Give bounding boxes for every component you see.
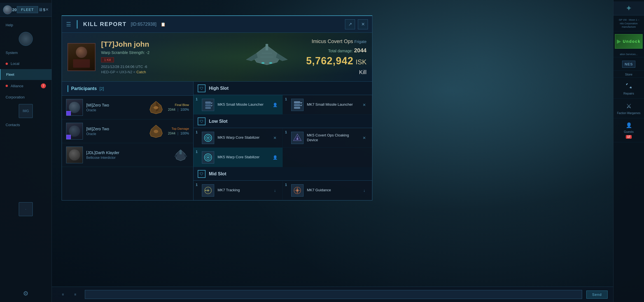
- sidebar-item-help[interactable]: Help: [0, 20, 52, 30]
- ship-thumb-2: [148, 123, 165, 140]
- mk7-missile-action[interactable]: ✕: [361, 102, 368, 108]
- mk5-missile-action[interactable]: 👤: [272, 102, 278, 108]
- mid-slot-header: 🛡 Mid Slot: [193, 167, 372, 181]
- participant-info-1: [MI]Zero Two Oracle: [86, 103, 144, 112]
- participant-item-3[interactable]: [JDL]Darth Klayder Bellicose Interdictor: [62, 143, 193, 167]
- cloak-name: MK5 Covert Ops Cloaking Device: [307, 133, 358, 143]
- faction-label: Faction Wargames: [617, 112, 641, 115]
- nes-store-button[interactable]: NES: [613, 58, 644, 71]
- svg-rect-16: [294, 104, 300, 106]
- cloak-action[interactable]: ✕: [361, 135, 368, 141]
- svg-point-8: [154, 130, 158, 133]
- victim-header: [T7]John john Warp Scramble Strength: -2…: [62, 33, 372, 82]
- sidebar-item-system[interactable]: System: [0, 47, 52, 58]
- guests-label: Guests: [624, 130, 634, 133]
- warp-stab-1-action[interactable]: ✕: [272, 135, 278, 141]
- tracking-icon: [203, 185, 213, 195]
- fitting-guidance[interactable]: 1 MK7 Guidance ↓: [283, 181, 372, 200]
- faction-wargames-button[interactable]: ⚔ Faction Wargames: [613, 99, 644, 118]
- sidebar-item-contacts[interactable]: Contacts: [0, 119, 52, 130]
- cloak-device-icon: [292, 133, 302, 143]
- participant-item[interactable]: [MI]Zero Two Oracle Final Blow 2044: [62, 96, 193, 119]
- fitting-cloak[interactable]: 1 MK5 Covert Ops Cloaking Device ✕: [283, 128, 372, 148]
- repairs-button[interactable]: Repairs: [613, 78, 644, 99]
- guidance-qty: 1: [285, 183, 287, 187]
- participant-portrait-1: [66, 99, 83, 116]
- location-text: ·SP VIII · Moon 1 –ntis Corporationmanuf…: [615, 18, 643, 29]
- system-label: System: [6, 51, 18, 55]
- nes-logo: NES: [622, 61, 636, 68]
- monitor-count: 5: [43, 8, 45, 12]
- fitting-tracking[interactable]: 1 MK7 Tracking ↓: [193, 181, 283, 200]
- report-id: [ID:6572938]: [131, 22, 157, 27]
- copy-icon[interactable]: 📋: [161, 22, 165, 27]
- chat-tabs: ≡ ≡: [57, 291, 81, 298]
- undock-button[interactable]: ▶ Undock: [615, 34, 643, 49]
- settings-button[interactable]: ⚙: [20, 288, 31, 299]
- damage-info: Total damage: 2044: [306, 47, 367, 54]
- victim-face: [68, 44, 95, 70]
- mk7-missile-qty: 1: [285, 97, 287, 101]
- ship-thumb-1: [148, 99, 165, 116]
- sidebar-top-bar: 20 FLEET 🖥 5 ×: [0, 3, 52, 17]
- report-title: KILL REPORT: [83, 21, 127, 27]
- tracking-scroll[interactable]: ↓: [272, 187, 278, 194]
- tracking-icon: [202, 184, 214, 197]
- tracking-name: MK7 Tracking: [218, 188, 268, 193]
- p-damage-2: 2044: [168, 131, 176, 135]
- total-damage-label: Total damage:: [328, 49, 353, 53]
- fitting-warp-stab-1[interactable]: 1 MK5 Warp Core Stabilizer ✕: [193, 128, 283, 148]
- ship-type-display: Imicus Covert Ops Frigate: [306, 39, 367, 44]
- mk7-missile-icon: [292, 100, 302, 110]
- external-link-button[interactable]: ↗: [345, 19, 355, 29]
- guidance-scroll[interactable]: ↓: [361, 187, 368, 194]
- right-sidebar-top: ✦: [613, 1, 644, 15]
- svg-rect-17: [294, 107, 300, 109]
- send-button[interactable]: Send: [586, 291, 608, 299]
- warp-stab-2-icon: [202, 151, 214, 164]
- svg-point-2: [262, 62, 265, 64]
- hamburger-icon[interactable]: ☰: [66, 21, 71, 28]
- sidebar-item-fleet[interactable]: Fleet: [0, 69, 52, 80]
- alliance-badge: 7: [41, 83, 46, 88]
- cloak-icon: [291, 132, 304, 144]
- chat-tab-1[interactable]: ≡: [57, 291, 68, 298]
- contacts-label: Contacts: [6, 123, 20, 127]
- corporation-label: Corporation: [6, 95, 25, 99]
- fleet-tab[interactable]: FLEET: [17, 6, 38, 13]
- oracle-ship-icon: [148, 100, 164, 115]
- guests-button[interactable]: 👤 Guests 17: [613, 119, 644, 142]
- chat-input[interactable]: [85, 290, 582, 299]
- chat-tab-2[interactable]: ≡: [70, 291, 81, 298]
- mid-slot-modules: 1 MK7 Tracking ↓ 1: [193, 181, 372, 200]
- total-damage-value: 2044: [354, 47, 367, 53]
- guidance-icon: [291, 184, 304, 197]
- player-avatar[interactable]: [3, 5, 12, 14]
- mk5-missile-icon: [202, 99, 214, 111]
- store-label[interactable]: Store: [613, 71, 644, 78]
- sidebar-item-corporation[interactable]: Corporation: [0, 92, 52, 103]
- warp-stab-2-action[interactable]: 👤: [272, 154, 278, 161]
- guests-badge: 17: [626, 135, 632, 139]
- guests-icon: 👤: [626, 122, 632, 128]
- fleet-label: Fleet: [6, 72, 14, 77]
- svg-rect-15: [294, 101, 300, 103]
- warp-stab-1-name: MK5 Warp Core Stabilizer: [218, 135, 268, 140]
- warp-stab-2-qty: 1: [196, 150, 198, 154]
- participant-item-2[interactable]: [MI]Zero Two Oracle Top Damage 2044 | 10…: [62, 119, 193, 143]
- alliance-label: Alliance: [11, 84, 24, 88]
- participants-title: Participants: [71, 86, 97, 91]
- close-top-button[interactable]: ×: [46, 7, 49, 13]
- cloak-qty: 1: [285, 130, 287, 134]
- fitting-mk5-missile[interactable]: 1 MK5 Small Missile Launcher 👤: [193, 95, 283, 115]
- victim-warp: Warp Scramble Strength: -2: [101, 50, 228, 55]
- isk-display: 5,762,942 ISK: [306, 55, 367, 67]
- sidebar-item-alliance[interactable]: Alliance 7: [0, 80, 52, 92]
- high-slot-modules: 1 MK5 Small Missile Launcher 👤: [193, 95, 372, 115]
- sidebar-item-local[interactable]: Local: [0, 58, 52, 69]
- guidance-icon: [292, 185, 302, 195]
- modal-close-button[interactable]: ✕: [358, 19, 368, 29]
- fitting-mk7-missile[interactable]: 1 MK7 Small Missile Launcher ✕: [283, 95, 372, 115]
- fitting-warp-stab-2[interactable]: 1 MK5 Warp Core Stabilizer 👤: [193, 148, 283, 167]
- ship-thumb-3: [172, 147, 189, 163]
